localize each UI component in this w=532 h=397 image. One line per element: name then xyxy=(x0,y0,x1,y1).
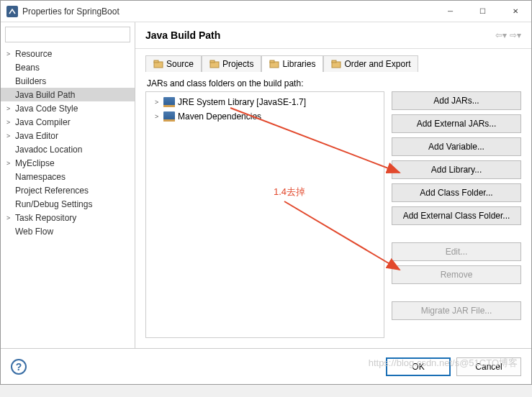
sidebar-item-java-code-style[interactable]: >Java Code Style xyxy=(1,101,135,115)
tab-description: JARs and class folders on the build path… xyxy=(147,78,521,88)
sidebar-item-label: Beans xyxy=(15,63,40,73)
source-icon xyxy=(153,60,163,68)
remove-button[interactable]: Remove xyxy=(392,265,521,284)
sidebar-item-java-compiler[interactable]: >Java Compiler xyxy=(1,115,135,129)
sidebar-item-label: Task Repository xyxy=(15,213,76,223)
sidebar-item-project-references[interactable]: Project References xyxy=(1,183,135,197)
sidebar-item-label: Web Flow xyxy=(15,227,53,237)
filter-input[interactable] xyxy=(5,27,130,42)
sidebar: >ResourceBeansBuildersJava Build Path>Ja… xyxy=(1,22,135,348)
sidebar-item-label: Resource xyxy=(15,49,52,59)
edit-button[interactable]: Edit... xyxy=(392,242,521,261)
add-class-folder-button[interactable]: Add Class Folder... xyxy=(392,183,521,202)
cancel-button[interactable]: Cancel xyxy=(456,357,521,376)
projects-icon xyxy=(209,60,220,68)
tab-label: Projects xyxy=(222,59,253,69)
tab-projects[interactable]: Projects xyxy=(202,55,261,72)
chevron-right-icon: > xyxy=(6,214,15,222)
sidebar-item-javadoc-location[interactable]: Javadoc Location xyxy=(1,142,135,156)
sidebar-item-label: Java Build Path xyxy=(15,90,75,100)
app-icon xyxy=(6,6,18,17)
svg-rect-3 xyxy=(210,60,215,63)
forward-icon[interactable]: ⇨▾ xyxy=(510,30,521,40)
jar-label: Maven Dependencies xyxy=(178,111,261,122)
libraries-icon xyxy=(269,60,279,68)
titlebar: Properties for SpringBoot ─ ☐ ✕ xyxy=(1,1,531,22)
tab-source[interactable]: Source xyxy=(145,55,202,72)
tab-label: Libraries xyxy=(282,59,315,69)
jar-item[interactable]: >Maven Dependencies xyxy=(149,109,381,124)
chevron-right-icon: > xyxy=(6,132,15,140)
sidebar-item-label: Namespaces xyxy=(15,172,66,182)
chevron-right-icon: > xyxy=(6,119,15,126)
window-title: Properties for SpringBoot xyxy=(22,6,434,17)
sidebar-item-java-editor[interactable]: >Java Editor xyxy=(1,129,135,142)
tab-label: Order and Export xyxy=(344,59,410,69)
chevron-right-icon: > xyxy=(155,99,163,106)
sidebar-item-label: Builders xyxy=(15,76,46,86)
sidebar-item-label: MyEclipse xyxy=(15,158,55,168)
jar-label: JRE System Library [JavaSE-1.7] xyxy=(178,97,306,107)
sidebar-item-label: Run/Debug Settings xyxy=(15,199,92,209)
svg-rect-1 xyxy=(154,60,158,63)
sidebar-item-label: Javadoc Location xyxy=(15,145,82,155)
close-button[interactable]: ✕ xyxy=(499,1,531,22)
library-icon xyxy=(163,111,175,122)
sidebar-item-web-flow[interactable]: Web Flow xyxy=(1,224,135,238)
sidebar-item-label: Java Editor xyxy=(15,131,58,141)
minimize-button[interactable]: ─ xyxy=(434,1,466,22)
ok-button[interactable]: OK xyxy=(386,357,451,376)
sidebar-item-myeclipse[interactable]: >MyEclipse xyxy=(1,156,135,170)
tab-label: Source xyxy=(166,59,194,69)
sidebar-item-run-debug-settings[interactable]: Run/Debug Settings xyxy=(1,197,135,211)
sidebar-item-builders[interactable]: Builders xyxy=(1,74,135,88)
add-library-button[interactable]: Add Library... xyxy=(392,160,521,179)
migrate-jar-button[interactable]: Migrate JAR File... xyxy=(392,301,521,320)
tab-libraries[interactable]: Libraries xyxy=(261,55,323,72)
jar-item[interactable]: >JRE System Library [JavaSE-1.7] xyxy=(149,95,381,109)
svg-rect-7 xyxy=(332,60,336,63)
add-external-jars-button[interactable]: Add External JARs... xyxy=(392,114,521,133)
library-icon xyxy=(163,97,175,107)
chevron-right-icon: > xyxy=(155,113,163,120)
page-heading: Java Build Path xyxy=(145,29,220,41)
add-jars-button[interactable]: Add JARs... xyxy=(392,91,521,110)
sidebar-item-label: Java Code Style xyxy=(15,104,78,114)
chevron-right-icon: > xyxy=(6,50,15,58)
add-variable-button[interactable]: Add Variable... xyxy=(392,137,521,156)
nav-arrows: ⇦▾ ⇨▾ xyxy=(495,30,521,40)
sidebar-item-resource[interactable]: >Resource xyxy=(1,47,135,60)
back-icon[interactable]: ⇦▾ xyxy=(495,30,507,40)
chevron-right-icon: > xyxy=(6,160,15,167)
chevron-right-icon: > xyxy=(6,105,15,112)
sidebar-item-label: Java Compiler xyxy=(15,117,71,127)
sidebar-item-label: Project References xyxy=(15,186,89,196)
sidebar-item-task-repository[interactable]: >Task Repository xyxy=(1,211,135,224)
sidebar-item-namespaces[interactable]: Namespaces xyxy=(1,170,135,183)
order and export-icon xyxy=(331,60,341,68)
sidebar-item-beans[interactable]: Beans xyxy=(1,60,135,74)
add-external-class-folder-button[interactable]: Add External Class Folder... xyxy=(392,206,521,225)
help-icon[interactable]: ? xyxy=(11,359,27,375)
tab-order-and-export[interactable]: Order and Export xyxy=(323,55,418,72)
jars-tree[interactable]: >JRE System Library [JavaSE-1.7]>Maven D… xyxy=(145,91,384,338)
svg-rect-5 xyxy=(270,60,274,63)
sidebar-item-java-build-path[interactable]: Java Build Path xyxy=(1,88,135,101)
maximize-button[interactable]: ☐ xyxy=(466,1,499,22)
